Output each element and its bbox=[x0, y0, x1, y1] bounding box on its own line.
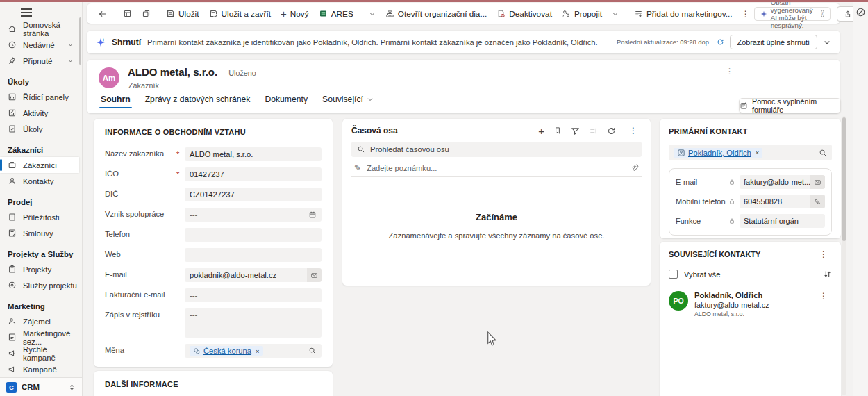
web-input[interactable]: --- bbox=[185, 248, 322, 262]
header-more-icon[interactable]: ⋮ bbox=[726, 67, 733, 76]
sidebar-item-project-services[interactable]: Služby projektu bbox=[0, 277, 79, 293]
sidebar-item-marketing-lists[interactable]: Marketingové sez... bbox=[0, 329, 79, 345]
contact-more-icon[interactable]: ⋮ bbox=[815, 291, 832, 317]
sidebar-item-quick-campaigns[interactable]: Rychlé kampaně bbox=[0, 345, 79, 361]
tab-label: Dokumenty bbox=[265, 94, 308, 104]
ares-dropdown[interactable] bbox=[364, 6, 381, 22]
connect-dropdown[interactable] bbox=[607, 6, 624, 22]
timeline-search-input[interactable]: Prohledat časovou osu bbox=[351, 142, 642, 157]
chevron-down-icon[interactable] bbox=[67, 42, 74, 48]
send-email-button[interactable] bbox=[307, 268, 322, 282]
sidebar-item-tasks[interactable]: Úkoly bbox=[0, 121, 79, 137]
sidebar-item-contracts[interactable]: Smlouvy bbox=[0, 225, 79, 241]
deactivate-button[interactable]: Deaktivovat bbox=[492, 6, 557, 22]
connect-button[interactable]: Propojit bbox=[557, 6, 607, 22]
new-label: Nový bbox=[290, 9, 309, 19]
timeline-note-input[interactable]: ✎ Zadejte poznámku... bbox=[351, 160, 642, 177]
tab-summary[interactable]: Souhrn bbox=[99, 94, 132, 110]
sidebar-scrollbar[interactable] bbox=[79, 17, 81, 65]
sidebar-item-recent[interactable]: Nedávné bbox=[0, 37, 79, 53]
pc-label: E-mail bbox=[676, 178, 728, 186]
refresh-icon[interactable] bbox=[607, 126, 616, 135]
phone-input[interactable]: --- bbox=[185, 228, 322, 242]
contract-icon bbox=[8, 229, 17, 238]
select-all-checkbox[interactable] bbox=[669, 270, 678, 279]
primary-contact-link[interactable]: Pokladník, Oldřich bbox=[688, 149, 751, 157]
sidebar-item-opportunities[interactable]: Příležitosti bbox=[0, 209, 79, 225]
sidebar-item-dashboards[interactable]: Řídicí panely bbox=[0, 89, 79, 105]
back-button[interactable] bbox=[93, 6, 112, 22]
timeline-more-icon[interactable]: ⋮ bbox=[625, 126, 642, 135]
tab-documents[interactable]: Dokumenty bbox=[263, 94, 309, 110]
registry-entry-input[interactable]: --- bbox=[185, 308, 322, 338]
form-fill-help-button[interactable]: Pomoc s vyplněním formuláře bbox=[739, 98, 841, 113]
remove-icon[interactable]: × bbox=[756, 149, 760, 156]
sidebar-item-projects[interactable]: Projekty bbox=[0, 261, 79, 277]
popout-button[interactable] bbox=[137, 6, 156, 22]
expand-records-icon[interactable] bbox=[589, 126, 598, 135]
filter-icon[interactable] bbox=[571, 126, 580, 135]
ico-input[interactable]: 01427237 bbox=[185, 167, 322, 181]
refresh-icon[interactable] bbox=[717, 38, 724, 46]
open-org-chart-button[interactable]: Otevřít organizační dia... bbox=[381, 6, 492, 22]
environment-switcher[interactable]: C CRM bbox=[0, 377, 82, 396]
copilot-icon[interactable] bbox=[856, 7, 866, 17]
sort-icon[interactable] bbox=[823, 270, 832, 279]
sidebar-item-leads[interactable]: Zájemci bbox=[0, 313, 79, 329]
cooperation-start-input[interactable]: --- bbox=[185, 208, 322, 222]
sidebar-item-contacts[interactable]: Kontakty bbox=[0, 173, 79, 189]
save-button[interactable]: Uložit bbox=[161, 6, 204, 22]
lock-icon bbox=[728, 179, 735, 185]
remove-icon[interactable]: × bbox=[256, 347, 260, 355]
tab-label: Souhrn bbox=[101, 94, 131, 104]
new-button[interactable]: + Nový bbox=[276, 6, 314, 22]
ares-button[interactable]: ARES bbox=[314, 6, 358, 22]
calendar-icon[interactable] bbox=[308, 211, 317, 219]
dic-input[interactable]: CZ01427237 bbox=[185, 188, 322, 201]
call-button[interactable] bbox=[810, 195, 825, 208]
more-commands-icon[interactable]: ⋮ bbox=[737, 9, 754, 19]
sidebar-item-activities[interactable]: Aktivity bbox=[0, 105, 79, 121]
search-icon[interactable] bbox=[819, 149, 827, 157]
share-button[interactable]: Sdílet bbox=[837, 6, 853, 22]
paperclip-icon[interactable] bbox=[631, 164, 639, 172]
bookmark-icon[interactable] bbox=[553, 126, 562, 135]
pc-email-value[interactable]: faktury@aldo-met... bbox=[740, 175, 810, 189]
show-full-summary-button[interactable]: Zobrazit úplné shrnutí bbox=[730, 35, 817, 49]
sidebar-item-pinned[interactable]: Připnuté bbox=[0, 53, 79, 69]
currency-chip[interactable]: Česká koruna × bbox=[190, 346, 263, 356]
tab-related[interactable]: Související bbox=[321, 94, 375, 110]
add-to-marketing-button[interactable]: Přidat do marketingov... bbox=[629, 6, 737, 22]
send-email-button[interactable] bbox=[810, 175, 825, 189]
pc-role-value[interactable]: Statutární orgán bbox=[740, 214, 825, 228]
related-contact-row[interactable]: PO Pokladník, Oldřich faktury@aldo-metal… bbox=[660, 283, 841, 325]
site-navigation-sidebar: Domovská stránka Nedávné Připnuté Úkoly … bbox=[0, 2, 83, 396]
currency-lookup[interactable]: Česká koruna × bbox=[185, 344, 322, 358]
search-icon[interactable] bbox=[308, 347, 317, 355]
sidebar-item-accounts[interactable]: Zákazníci bbox=[0, 157, 79, 173]
chevron-down-icon[interactable] bbox=[823, 38, 831, 47]
show-as-button[interactable] bbox=[118, 6, 137, 22]
field-value: pokladnik@aldo-metal.cz bbox=[190, 271, 276, 279]
email-input[interactable]: pokladnik@aldo-metal.cz bbox=[185, 268, 307, 282]
accounts-icon bbox=[8, 160, 17, 170]
primary-contact-chip[interactable]: Pokladník, Oldřich × bbox=[674, 148, 762, 158]
hamburger-menu-icon[interactable] bbox=[21, 8, 32, 19]
main-scrollbar-thumb[interactable] bbox=[842, 117, 846, 241]
save-and-close-button[interactable]: Uložit a zavřít bbox=[204, 6, 276, 22]
pc-mobile-value[interactable]: 604550828 bbox=[740, 195, 810, 208]
primary-contact-lookup[interactable]: Pokladník, Oldřich × bbox=[669, 145, 832, 160]
billing-email-input[interactable]: --- bbox=[185, 288, 322, 302]
contact-name[interactable]: Pokladník, Oldřich bbox=[694, 291, 769, 299]
sidebar-item-campaigns[interactable]: Kampaně bbox=[0, 361, 79, 377]
add-record-icon[interactable]: + bbox=[538, 126, 544, 135]
tab-data-box-messages[interactable]: Zprávy z datových schránek bbox=[144, 94, 252, 110]
info-icon[interactable]: i bbox=[821, 10, 824, 17]
sidebar-item-home[interactable]: Domovská stránka bbox=[0, 21, 79, 37]
primary-contact-section: PRIMÁRNÍ KONTAKT Pokladník, Oldřich × E-… bbox=[660, 119, 841, 238]
field-value: ALDO metal, s.r.o. bbox=[190, 150, 253, 158]
chevron-down-icon[interactable] bbox=[67, 58, 74, 64]
account-name-input[interactable]: ALDO metal, s.r.o. bbox=[185, 147, 322, 161]
currency-value-link[interactable]: Česká koruna bbox=[203, 347, 251, 355]
related-more-icon[interactable]: ⋮ bbox=[815, 249, 832, 259]
